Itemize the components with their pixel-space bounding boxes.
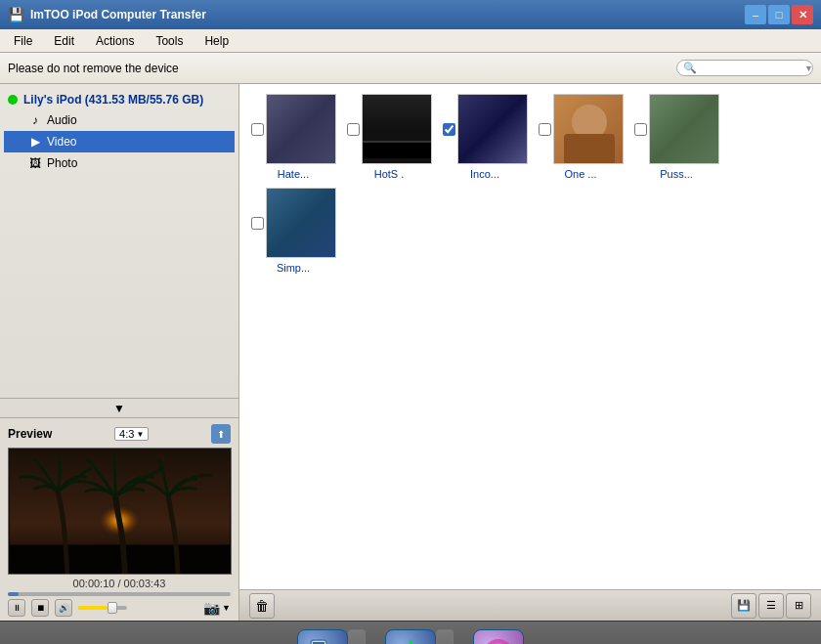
video-item-inco: Inco...	[441, 94, 529, 180]
device-status-text: Please do not remove the device	[8, 62, 179, 75]
video-checkbox-puss[interactable]	[634, 123, 647, 136]
save-button[interactable]: 💾	[731, 593, 756, 619]
menu-edit[interactable]: Edit	[44, 32, 84, 50]
video-thumbnail-one[interactable]	[553, 94, 624, 164]
sidebar-item-audio[interactable]: ♪ Audio	[4, 109, 235, 131]
transfer-to-device-group: ▼	[385, 629, 454, 645]
preview-video-inner	[9, 449, 231, 574]
transfer-to-pc-dropdown[interactable]: ▼	[348, 629, 366, 645]
video-icon: ▶	[27, 134, 43, 150]
video-checkbox-inco[interactable]	[443, 123, 455, 136]
toolbar: Please do not remove the device 🔍 ▼	[0, 53, 821, 84]
video-label-simp: Simp...	[254, 262, 332, 274]
video-checkbox-hate[interactable]	[251, 123, 264, 136]
video-item-hots: HotS .	[345, 94, 433, 180]
preview-progress-fill	[8, 592, 19, 596]
sidebar-item-photo[interactable]: 🖼 Photo	[4, 152, 235, 174]
chevron-down-icon: ▼	[113, 402, 125, 415]
device-connected-indicator	[8, 95, 18, 105]
video-item-hate: Hate...	[249, 94, 337, 180]
sidebar-collapse-button[interactable]: ▼	[0, 398, 238, 417]
preview-controls: ⏸ ⏹ 🔊 📷 ▼	[8, 599, 231, 617]
itunes-icon	[479, 635, 518, 645]
stop-button[interactable]: ⏹	[31, 599, 49, 617]
transfer-to-pc-button[interactable]	[297, 629, 348, 645]
video-label-hate: Hate...	[254, 168, 332, 180]
video-label-puss: Puss...	[637, 168, 715, 180]
menubar: File Edit Actions Tools Help	[0, 29, 821, 53]
action-bar: ▼ ▼	[0, 621, 821, 644]
device-label: Lily's iPod (431.53 MB/55.76 GB)	[23, 93, 203, 107]
list-icon: ☰	[766, 599, 776, 612]
video-item-simp: Simp...	[249, 188, 337, 274]
minimize-button[interactable]: –	[745, 5, 766, 24]
transfer-to-pc-icon	[303, 635, 342, 645]
app-title: ImTOO iPod Computer Transfer	[30, 8, 745, 21]
video-label-hots: HotS .	[350, 168, 428, 180]
menu-help[interactable]: Help	[194, 32, 238, 50]
palm-trees-image	[9, 449, 231, 574]
itunes-group	[473, 629, 524, 645]
transfer-to-pc-group: ▼	[297, 629, 366, 645]
video-grid: Hate... HotS .	[239, 84, 821, 589]
video-thumbnail-puss[interactable]	[649, 94, 719, 164]
transfer-to-device-button[interactable]	[385, 629, 436, 645]
preview-ratio-selector[interactable]: 4:3 ▼	[114, 427, 149, 441]
sidebar-item-photo-label: Photo	[47, 156, 77, 170]
close-button[interactable]: ✕	[792, 5, 813, 24]
video-checkbox-hots[interactable]	[347, 123, 360, 136]
sidebar-item-video-label: Video	[47, 135, 76, 149]
volume-thumb	[108, 602, 117, 614]
screenshot-button[interactable]: 📷 ▼	[203, 600, 231, 616]
grid-icon: ⊞	[795, 599, 803, 612]
content-toolbar: 🗑 💾 ☰ ⊞	[239, 589, 821, 621]
video-checkbox-one[interactable]	[539, 123, 551, 136]
app-icon: 💾	[8, 7, 24, 22]
trash-icon: 🗑	[255, 598, 269, 614]
preview-time: 00:00:10 / 00:03:43	[8, 578, 231, 589]
preview-panel: Preview 4:3 ▼ ⬆	[0, 417, 238, 621]
preview-header: Preview 4:3 ▼ ⬆	[8, 424, 231, 444]
delete-button[interactable]: 🗑	[249, 593, 275, 619]
volume-button[interactable]: 🔊	[55, 599, 72, 617]
volume-fill	[78, 606, 110, 610]
video-thumbnail-inco[interactable]	[457, 94, 528, 164]
camera-dropdown-icon: ▼	[222, 603, 231, 613]
ratio-label: 4:3	[119, 428, 134, 440]
video-checkbox-simp[interactable]	[251, 217, 264, 230]
list-view-button[interactable]: ☰	[758, 593, 784, 619]
preview-title: Preview	[8, 427, 52, 441]
play-pause-button[interactable]: ⏸	[8, 599, 25, 617]
menu-file[interactable]: File	[4, 32, 42, 50]
transfer-to-device-dropdown[interactable]: ▼	[436, 629, 454, 645]
maximize-button[interactable]: □	[768, 5, 790, 24]
menu-tools[interactable]: Tools	[146, 32, 193, 50]
device-root[interactable]: Lily's iPod (431.53 MB/55.76 GB)	[4, 90, 235, 109]
main-area: Lily's iPod (431.53 MB/55.76 GB) ♪ Audio…	[0, 84, 821, 621]
window-controls: – □ ✕	[745, 5, 813, 24]
video-thumbnail-simp[interactable]	[266, 188, 336, 258]
video-thumbnail-hots[interactable]	[362, 94, 432, 164]
grid-view-button[interactable]: ⊞	[786, 593, 811, 619]
video-label-one: One ...	[541, 168, 620, 180]
preview-progress-bar[interactable]	[8, 592, 231, 596]
search-dropdown-icon[interactable]: ▼	[804, 64, 813, 73]
preview-video	[8, 448, 232, 575]
view-buttons: 💾 ☰ ⊞	[731, 593, 811, 619]
search-icon: 🔍	[683, 62, 697, 74]
expand-icon: ⬆	[217, 429, 225, 440]
search-input[interactable]	[697, 63, 804, 74]
menu-actions[interactable]: Actions	[86, 32, 144, 50]
sidebar: Lily's iPod (431.53 MB/55.76 GB) ♪ Audio…	[0, 84, 239, 621]
sidebar-item-video[interactable]: ▶ Video	[4, 131, 235, 152]
video-thumbnail-hate[interactable]	[266, 94, 336, 164]
volume-slider[interactable]	[78, 606, 127, 610]
device-tree: Lily's iPod (431.53 MB/55.76 GB) ♪ Audio…	[0, 84, 238, 398]
titlebar: 💾 ImTOO iPod Computer Transfer – □ ✕	[0, 0, 821, 29]
preview-expand-button[interactable]: ⬆	[211, 424, 231, 444]
video-label-inco: Inco...	[446, 168, 524, 180]
video-item-puss: Puss...	[632, 94, 720, 180]
open-itunes-button[interactable]	[473, 629, 524, 645]
sidebar-item-audio-label: Audio	[47, 113, 77, 127]
search-box: 🔍 ▼	[676, 60, 813, 76]
